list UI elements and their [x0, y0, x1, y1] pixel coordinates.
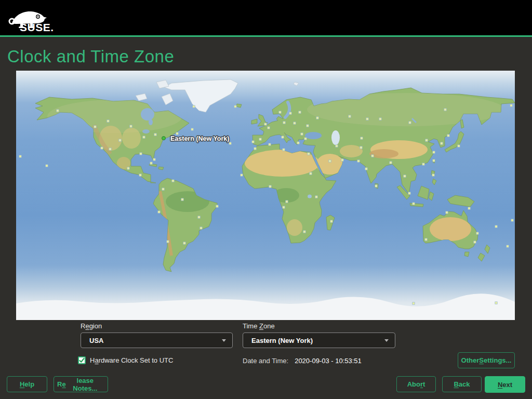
utc-checkbox-row[interactable]: Hardware Clock Set to UTC	[78, 356, 173, 364]
datetime-row: Date and Time: 2020-09-03 - 10:53:51	[243, 357, 362, 365]
selected-timezone-label: Eastern (New York)	[170, 135, 229, 142]
next-button[interactable]: Next	[485, 376, 525, 393]
region-value: USA	[89, 337, 103, 344]
chevron-down-icon	[222, 339, 226, 342]
help-button[interactable]: Help	[7, 376, 47, 392]
datetime-label: Date and Time:	[243, 357, 288, 365]
release-notes-button[interactable]: Release Notes...	[54, 376, 108, 392]
suse-wordmark: SUSE.	[20, 21, 54, 33]
utc-checkbox-label: Hardware Clock Set to UTC	[90, 356, 173, 364]
chevron-down-icon	[384, 339, 389, 342]
world-map[interactable]: Eastern (New York)	[16, 71, 515, 320]
suse-logo: SUSE.	[6, 3, 63, 33]
timezone-label: Time Zone	[243, 322, 275, 330]
datetime-value: 2020-09-03 - 10:53:51	[295, 357, 362, 365]
checkmark-icon	[79, 357, 85, 363]
selected-timezone-marker[interactable]	[162, 137, 166, 140]
region-select[interactable]: USA	[81, 332, 233, 348]
abort-button[interactable]: Abort	[396, 376, 436, 392]
map-artwork	[16, 71, 515, 320]
timezone-value: Eastern (New York)	[251, 337, 313, 344]
top-bar: SUSE.	[0, 0, 532, 35]
other-settings-button[interactable]: Other Settings...	[458, 352, 515, 368]
utc-checkbox[interactable]	[78, 356, 86, 364]
timezone-select[interactable]: Eastern (New York)	[243, 332, 395, 348]
region-label: Region	[81, 322, 102, 330]
accent-divider	[0, 35, 532, 37]
back-button[interactable]: Back	[442, 376, 482, 392]
page-title: Clock and Time Zone	[7, 47, 174, 66]
